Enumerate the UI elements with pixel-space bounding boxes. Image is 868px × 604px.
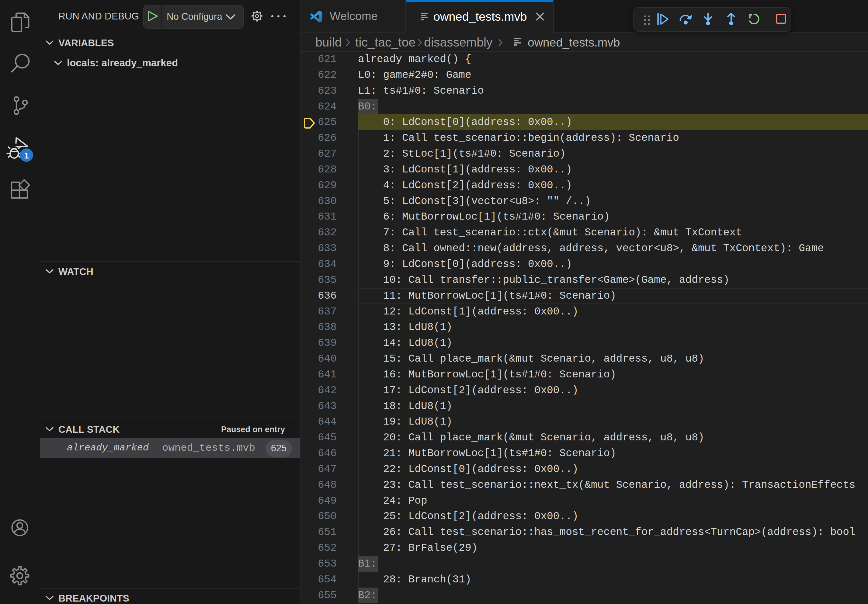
svg-text:1: 1 <box>24 151 29 160</box>
